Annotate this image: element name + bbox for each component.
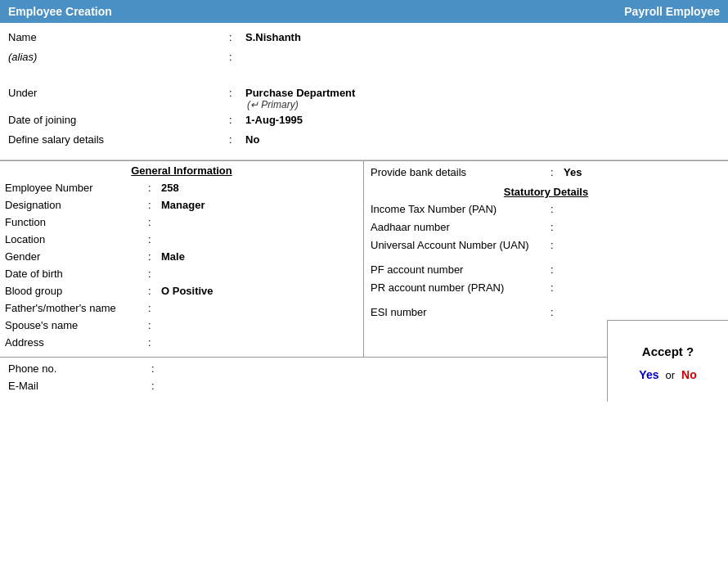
left-field-row-5: Date of birth: (5, 268, 358, 282)
left-field-row-1: Designation:Manager (5, 199, 358, 214)
left-field-label-0: Employee Number (5, 182, 148, 194)
accept-options: Yes or No (639, 368, 696, 381)
statutory-field-colon-5: : (550, 306, 564, 318)
phone-colon: : (151, 362, 164, 375)
left-field-colon-0: : (148, 182, 161, 194)
under-colon: : (229, 87, 245, 99)
email-label: E-Mail (8, 380, 151, 392)
statutory-field-row-0: Income Tax Number (PAN): (371, 201, 721, 216)
statutory-field-label-1: Aadhaar number (371, 221, 550, 233)
left-field-label-5: Date of birth (5, 268, 148, 280)
left-field-value-4: Male (161, 250, 358, 263)
left-panel-title: General Information (5, 164, 358, 177)
salary-row: Define salary details : No (8, 133, 720, 150)
statutory-field-row-3: PF account number: (371, 262, 721, 277)
left-field-colon-9: : (148, 336, 161, 349)
under-value: Purchase Department (↵ Primary) (245, 87, 720, 110)
left-field-colon-3: : (148, 233, 161, 245)
left-field-label-7: Father's/mother's name (5, 302, 148, 314)
bank-label: Provide bank details (371, 166, 550, 178)
left-field-value-0: 258 (161, 182, 358, 194)
statutory-field-label-4: PR account number (PRAN) (371, 281, 550, 294)
bottom-section: Phone no. : E-Mail : Accept ? Yes or No (0, 358, 728, 402)
accept-box: Accept ? Yes or No (607, 320, 728, 402)
left-field-colon-8: : (148, 319, 161, 331)
doj-label: Date of joining (8, 114, 229, 126)
doj-row: Date of joining : 1-Aug-1995 (8, 114, 720, 130)
salary-value: No (245, 133, 720, 146)
left-field-row-6: Blood group:O Positive (5, 285, 358, 299)
statutory-field-colon-2: : (550, 239, 564, 251)
left-field-row-2: Function: (5, 216, 358, 231)
doj-colon: : (229, 114, 245, 126)
left-panel: General Information Employee Number:258D… (0, 161, 364, 357)
salary-colon: : (229, 133, 245, 146)
alias-row: (alias) : (8, 51, 720, 67)
doj-value: 1-Aug-1995 (245, 114, 720, 126)
name-colon: : (229, 31, 245, 43)
name-label: Name (8, 31, 229, 43)
phone-label: Phone no. (8, 362, 151, 375)
left-field-label-9: Address (5, 336, 148, 349)
left-field-row-0: Employee Number:258 (5, 182, 358, 196)
top-section: Name : S.Nishanth (alias) : Under : Purc… (0, 23, 728, 160)
statutory-field-colon-4: : (550, 281, 564, 294)
statutory-field-colon-1: : (550, 221, 564, 233)
statutory-field-row-4: PR account number (PRAN): (371, 280, 721, 295)
app-header: Employee Creation Payroll Employee (0, 0, 728, 23)
bank-colon: : (550, 166, 564, 178)
alias-label: (alias) (8, 51, 229, 63)
left-field-colon-2: : (148, 216, 161, 228)
name-row: Name : S.Nishanth (8, 31, 720, 47)
bank-value: Yes (564, 166, 721, 178)
left-field-colon-1: : (148, 199, 161, 211)
statutory-field-row-1: Aadhaar number: (371, 219, 721, 234)
under-row: Under : Purchase Department (↵ Primary) (8, 87, 720, 110)
left-field-label-3: Location (5, 233, 148, 245)
statutory-field-row-5: ESI number: (371, 304, 721, 319)
statutory-field-label-2: Universal Account Number (UAN) (371, 239, 550, 251)
salary-label: Define salary details (8, 133, 229, 146)
left-field-label-8: Spouse's name (5, 319, 148, 331)
accept-label: Accept ? (642, 344, 694, 358)
left-field-row-8: Spouse's name: (5, 319, 358, 334)
left-field-value-6: O Positive (161, 285, 358, 297)
left-field-label-6: Blood group (5, 285, 148, 297)
accept-or-text: or (665, 369, 675, 381)
left-field-label-4: Gender (5, 250, 148, 263)
name-value: S.Nishanth (245, 31, 720, 43)
email-row: E-Mail : (8, 380, 372, 394)
left-field-colon-5: : (148, 268, 161, 280)
left-field-row-3: Location: (5, 233, 358, 248)
left-field-row-7: Father's/mother's name: (5, 302, 358, 317)
bank-row: Provide bank details : Yes (371, 164, 721, 179)
left-field-value-1: Manager (161, 199, 358, 211)
phone-row: Phone no. : (8, 362, 372, 377)
left-field-label-2: Function (5, 216, 148, 228)
statutory-field-row-2: Universal Account Number (UAN): (371, 237, 721, 252)
left-field-colon-6: : (148, 285, 161, 297)
header-title: Employee Creation (8, 5, 112, 18)
statutory-fields: Income Tax Number (PAN):Aadhaar number:U… (371, 201, 721, 319)
left-field-colon-7: : (148, 302, 161, 314)
left-fields: Employee Number:258Designation:ManagerFu… (5, 182, 358, 351)
statutory-field-colon-3: : (550, 263, 564, 276)
left-field-row-9: Address: (5, 336, 358, 351)
statutory-field-label-3: PF account number (371, 263, 550, 276)
bottom-left: Phone no. : E-Mail : (8, 362, 372, 397)
under-sub-value: (↵ Primary) (245, 99, 720, 110)
left-field-label-1: Designation (5, 199, 148, 211)
statutory-title: Statutory Details (371, 186, 721, 198)
email-colon: : (151, 380, 164, 392)
under-label: Under (8, 87, 229, 99)
header-right-title: Payroll Employee (624, 5, 720, 18)
under-main-value: Purchase Department (245, 87, 720, 99)
left-field-row-4: Gender:Male (5, 250, 358, 265)
accept-yes-button[interactable]: Yes (639, 368, 658, 381)
accept-no-button[interactable]: No (681, 368, 697, 381)
statutory-field-label-5: ESI number (371, 306, 550, 318)
alias-colon: : (229, 51, 245, 63)
statutory-field-colon-0: : (550, 203, 564, 215)
statutory-field-label-0: Income Tax Number (PAN) (371, 203, 550, 215)
left-field-colon-4: : (148, 250, 161, 263)
